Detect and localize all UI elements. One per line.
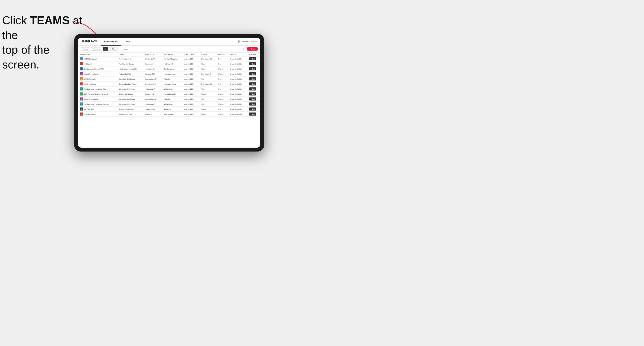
team-logo: W [80, 102, 83, 106]
table-row: H 2023 Women's Hesston Fall Kickoff Hess… [78, 92, 260, 97]
team-logo: V [80, 108, 83, 111]
table-row: U UPIKE Fall Invite StoneCrest Golf Cour… [78, 77, 260, 82]
col-scoring: SCORING [228, 52, 247, 56]
scoring-cell: team, Stroke Play [228, 97, 247, 102]
table-row: M Maverick Invitational Faribault Golf C… [78, 71, 260, 77]
team-logo: U [80, 77, 83, 80]
scoring-cell: team, Stroke Play [228, 56, 247, 61]
actions-cell: Edit [247, 82, 260, 87]
actions-cell: Edit [247, 92, 260, 97]
venue-cell: Park Hills Golf Course [117, 61, 144, 66]
team-logo: H [80, 92, 83, 96]
event-name-cell: 🦅 Morris Invitational [80, 82, 115, 85]
division-cell: NICAA I [198, 112, 216, 117]
tablet-frame: SCOREBOARD Powered by clippit TOURNAMENT… [74, 34, 264, 152]
gender-cell: Women [216, 92, 228, 97]
start-date-cell: Aug 28, 2023 [183, 107, 198, 112]
gender-cell: Women [216, 112, 228, 117]
division-cell: NAIA [198, 102, 216, 107]
actions-cell: Edit [247, 77, 260, 82]
hosted-by-cell: Mt. Saint Mary (NY) [162, 56, 183, 61]
table-container: EVENT NAME VENUE CITY, STATE HOSTED BY S… [78, 52, 260, 148]
edit-button[interactable]: Edit [249, 67, 256, 70]
col-actions: ACTIONS [247, 52, 260, 56]
edit-button[interactable]: Edit [249, 108, 256, 111]
edit-button[interactable]: Edit [249, 82, 256, 85]
city-state-cell: Marion, IL [144, 112, 162, 117]
gender-cell: Men [216, 87, 228, 92]
start-date-cell: Aug 25, 2023 [183, 61, 198, 66]
city-state-cell: Prestonsburg, KY [144, 77, 162, 82]
start-date-cell: Aug 28, 2023 [183, 102, 198, 107]
edit-button[interactable]: Edit [249, 97, 256, 101]
venue-cell: StoneCrest Golf Course [117, 77, 144, 82]
actions-cell: Edit [247, 56, 260, 61]
search-input[interactable] [121, 48, 244, 51]
scoring-cell: team, Stroke Play [228, 92, 247, 97]
create-button[interactable]: + Create [247, 47, 258, 51]
edit-button[interactable]: Edit [249, 87, 256, 90]
edit-button[interactable]: Edit [249, 113, 256, 116]
division-cell: NAIA [198, 77, 216, 82]
nav-tab-teams[interactable]: TEAMS [121, 38, 132, 46]
city-state-cell: Hesston, KS [144, 92, 162, 97]
venue-cell: Cypress Hills Golf Club [117, 107, 144, 112]
division-cell: NCAA Division III [198, 56, 216, 61]
table-row: 🦅 Morris Invitational Ruttger's Bay Lake… [78, 82, 260, 87]
event-name-cell: M Maverick Invitational [80, 72, 115, 75]
city-state-cell: Prestonsburg, KY [144, 97, 162, 102]
competing-tab[interactable]: Competing [90, 47, 102, 51]
start-date-cell: Aug 28, 2023 [183, 92, 198, 97]
actions-cell: Edit [247, 61, 260, 66]
team-logo: K [80, 113, 83, 116]
all-tab[interactable]: All [102, 47, 108, 51]
edit-button[interactable]: Edit [249, 92, 256, 96]
hosted-by-cell: John A Logan [162, 112, 183, 117]
event-name-cell: H 2023 Women's Hesston Fall Kickoff [80, 92, 115, 96]
col-city-state: CITY, STATE [144, 52, 162, 56]
table-row: K Klash at Kokopelli Kokopelli Golf Club… [78, 112, 260, 117]
hosted-by-cell: William Penn [162, 102, 183, 107]
hosted-by-cell: Highland CC [162, 61, 183, 66]
edit-button[interactable]: Edit [249, 77, 256, 80]
division-cell: NICAA I [198, 61, 216, 66]
team-logo: U [80, 97, 83, 101]
division-cell: NCAA Division II [198, 71, 216, 77]
division-cell: NICAA I [198, 66, 216, 71]
table-row: W Fall Statesmen Invitational - Women Ed… [78, 102, 260, 107]
division-cell: NICAA II [198, 107, 216, 112]
col-division: DIVISION [198, 52, 216, 56]
col-venue: VENUE [117, 52, 144, 56]
app-header: SCOREBOARD Powered by clippit TOURNAMENT… [78, 38, 260, 46]
city-state-cell: Oskaloosa, IA [144, 102, 162, 107]
edit-button[interactable]: Edit [249, 102, 256, 106]
edit-button[interactable]: Edit [249, 62, 256, 65]
hosted-by-cell: Minnesota State [162, 71, 183, 77]
city-state-cell: Faribault, MN [144, 71, 162, 77]
nav-tab-tournaments[interactable]: TOURNAMENTS [101, 38, 121, 46]
col-hosted-by: HOSTED BY [162, 52, 183, 56]
tournaments-table: EVENT NAME VENUE CITY, STATE HOSTED BY S… [78, 52, 260, 117]
scoring-cell: team, Stroke Play [228, 87, 247, 92]
actions-cell: Edit [247, 71, 260, 77]
gender-cell: Women [216, 71, 228, 77]
hosted-by-cell: Pikeville [162, 77, 183, 82]
table-row: 🏌 MSMC Qualifying 1 The Powelton ClubNew… [78, 56, 260, 61]
team-logo: W [80, 87, 83, 90]
start-date-cell: Aug 28, 2023 [183, 97, 198, 102]
division-cell: NAIA [198, 87, 216, 92]
event-name-cell: V VU PREVIEW [80, 108, 115, 111]
city-state-cell: Oskaloosa, IA [144, 87, 162, 92]
edit-button[interactable]: Edit [249, 72, 256, 75]
edit-button[interactable]: Edit [249, 57, 256, 60]
sign-out-link[interactable]: Sign out [251, 41, 257, 42]
event-name-cell: U upike fall invitational [80, 97, 115, 101]
venue-cell: Lake Bracken Country Club [117, 66, 144, 71]
event-name: Maverick Invitational [84, 73, 98, 75]
venue-cell: Kokopelli Golf Club [117, 112, 144, 117]
toolbar: Hosting Competing All ≡ Filter + Create [78, 46, 260, 52]
gear-icon[interactable] [237, 40, 240, 43]
table-row: V VU PREVIEW Cypress Hills Golf ClubVinc… [78, 107, 260, 112]
actions-cell: Edit [247, 66, 260, 71]
filter-button[interactable]: ≡ Filter [109, 47, 118, 51]
